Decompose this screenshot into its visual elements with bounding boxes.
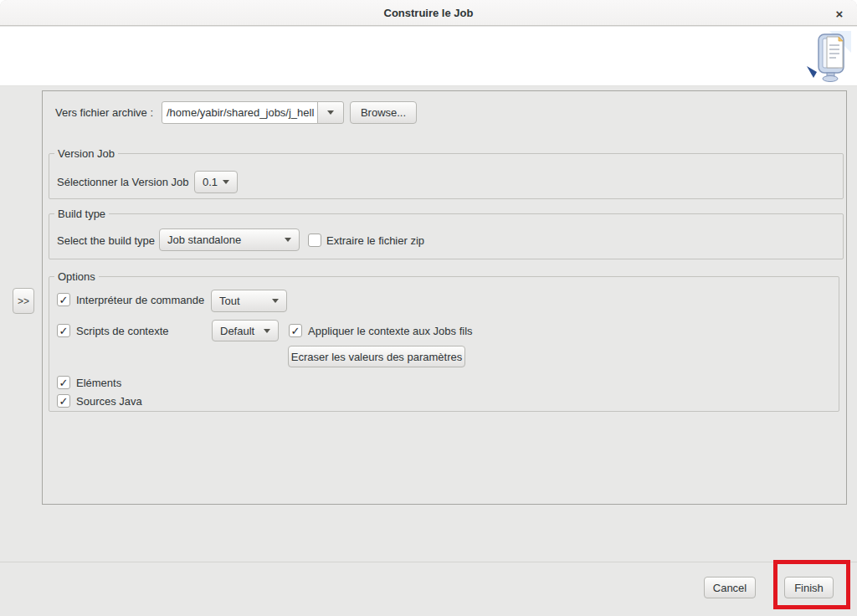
options-legend: Options — [54, 270, 99, 284]
shell-launcher-checkbox[interactable] — [57, 293, 70, 306]
expand-panel-button[interactable]: >> — [13, 288, 34, 314]
browse-button[interactable]: Browse... — [350, 101, 417, 124]
close-icon[interactable]: × — [829, 3, 850, 24]
shell-launcher-value: Tout — [219, 295, 240, 307]
items-label: Eléments — [76, 377, 121, 389]
archive-path-dropdown-button[interactable] — [317, 101, 344, 124]
extract-zip-label: Extraire le fichier zip — [326, 234, 424, 247]
chevron-down-icon — [327, 110, 334, 115]
build-job-dialog: Construire le Job × >> Vers fichier arch… — [0, 0, 857, 616]
chevron-down-icon — [264, 329, 270, 333]
footer-separator — [0, 562, 857, 562]
items-checkbox[interactable] — [57, 376, 70, 389]
select-version-label: Sélectionner la Version Job — [57, 176, 189, 188]
cancel-button[interactable]: Cancel — [704, 577, 756, 598]
shell-launcher-select[interactable]: Tout — [211, 290, 287, 312]
build-type-legend: Build type — [54, 207, 109, 221]
java-sources-checkbox[interactable] — [57, 394, 70, 408]
context-select[interactable]: Default — [212, 320, 279, 341]
override-params-button[interactable]: Ecraser les valeurs des paramètres — [288, 346, 465, 367]
build-type-label: Select the build type — [57, 234, 155, 247]
title-bar: Construire le Job × — [0, 0, 857, 26]
extract-zip-checkbox[interactable] — [308, 234, 321, 247]
build-type-value: Job standalone — [167, 234, 241, 246]
job-version-select[interactable]: 0.1 — [194, 171, 238, 193]
archive-path-value: /home/yabir/shared_jobs/j_hell — [167, 106, 314, 119]
archive-path-label: Vers fichier archive : — [55, 106, 153, 119]
wizard-banner — [0, 27, 857, 86]
shell-launcher-label: Interpréteur de commande — [76, 294, 204, 306]
archive-path-input[interactable]: /home/yabir/shared_jobs/j_hell — [162, 101, 318, 124]
java-sources-label: Sources Java — [76, 395, 142, 408]
context-value: Default — [220, 325, 254, 337]
dialog-title: Construire le Job — [384, 7, 474, 19]
job-version-value: 0.1 — [203, 176, 218, 188]
apply-context-label: Appliquer le contexte aux Jobs fils — [308, 325, 473, 337]
build-type-select[interactable]: Job standalone — [159, 228, 300, 251]
context-scripts-checkbox[interactable] — [57, 324, 70, 337]
export-job-icon — [805, 31, 852, 83]
chevron-down-icon — [223, 180, 229, 184]
chevron-down-icon — [285, 238, 291, 242]
version-job-legend: Version Job — [54, 146, 118, 161]
chevron-down-icon — [272, 299, 279, 303]
apply-context-checkbox[interactable] — [289, 324, 302, 337]
context-scripts-label: Scripts de contexte — [76, 325, 169, 337]
finish-button[interactable]: Finish — [784, 577, 834, 598]
